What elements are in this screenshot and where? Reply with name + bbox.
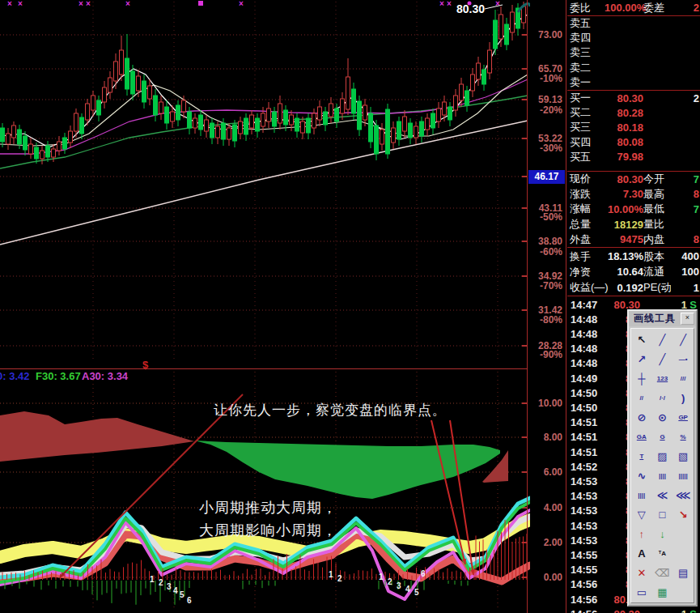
svg-text:3: 3	[167, 582, 172, 591]
svg-text:2: 2	[337, 574, 342, 583]
bid-row: 买四80.08	[567, 135, 700, 150]
numbered-line-icon[interactable]: 123	[657, 373, 668, 385]
gann-circle-icon[interactable]: ⊙	[658, 412, 667, 424]
stat-row: 净资10.64流通100	[567, 264, 700, 279]
arc-icon[interactable]: )	[681, 393, 685, 404]
svg-text:2: 2	[388, 577, 392, 586]
svg-text:2: 2	[159, 578, 163, 587]
fan-lines-icon[interactable]: ≪	[657, 490, 668, 501]
parallel-lines-icon[interactable]: ///	[681, 373, 686, 385]
weibi-row: 委比 100.00% 委差 2	[567, 0, 700, 15]
t-tool-icon[interactable]: T	[639, 451, 643, 462]
svg-text:×: ×	[495, 0, 500, 8]
stat-row: 现价80.30今开7	[567, 172, 700, 187]
vertical-line-icon[interactable]: ┼	[638, 373, 645, 385]
annotation-line3: 大周期影响小周期，	[199, 521, 337, 540]
gp-tool-icon[interactable]: GP	[678, 412, 688, 424]
drawing-toolbar-title: 画线工具	[634, 312, 676, 326]
svg-text:1: 1	[379, 573, 384, 581]
annotation-line1: 让你先人一步，察觉变盘的临界点。	[214, 401, 447, 419]
drawing-toolbar-titlebar[interactable]: 画线工具 ×	[629, 311, 696, 326]
gann-line-icon[interactable]: /·/	[660, 393, 665, 404]
note-tool-icon[interactable]: ▤	[678, 568, 688, 579]
g-tool-icon[interactable]: G	[660, 432, 664, 443]
segment-line-icon[interactable]: ╱	[680, 334, 686, 346]
drawing-toolbar-grid: ↖╱╱↗╱—•┼123//////·/)⊘⊙GPGAG%T▨▧∿||||||||…	[630, 328, 694, 603]
down-arrow-icon[interactable]: ↓	[660, 529, 665, 540]
ray-line-icon[interactable]: ╱	[660, 354, 666, 365]
trading-app: { "price_marker": {"text": "80.30"}, "up…	[0, 0, 700, 613]
indicator-value-f30: F30: 3.67	[36, 370, 81, 382]
percent-tool-icon[interactable]: %	[681, 432, 686, 443]
svg-text:×: ×	[125, 0, 130, 8]
time-rule-icon[interactable]: ||||	[659, 470, 666, 482]
svg-text:×: ×	[447, 0, 452, 8]
bid-row: 买五79.98	[567, 150, 700, 164]
rectangle-icon[interactable]: □	[660, 509, 666, 521]
bid-row: 买三80.18	[567, 120, 700, 134]
text-tool-icon[interactable]: A	[638, 548, 645, 560]
svg-text:6: 6	[421, 569, 426, 578]
svg-text:×: ×	[18, 0, 23, 8]
hatch-band-icon[interactable]: ▨	[657, 451, 667, 462]
close-icon[interactable]: ×	[681, 313, 694, 325]
indicator-value-clipped: 0: 3.42	[0, 370, 29, 382]
stat-row: 涨幅10.00%最低7	[567, 202, 700, 217]
stat-row: 总量18129量比	[567, 217, 700, 232]
svg-text:4: 4	[405, 585, 410, 594]
zigzag-icon[interactable]: ∿	[637, 470, 646, 482]
cursor-icon[interactable]: ↖	[637, 334, 646, 346]
weibi-value: 100.00%	[605, 2, 643, 14]
stats-tool-icon[interactable]: ▦	[657, 587, 667, 598]
svg-text:1: 1	[329, 570, 333, 579]
indicator-axis: 10.008.006.004.002.000.00	[528, 0, 566, 613]
svg-text:×: ×	[7, 0, 12, 8]
axis-label: 2.00	[544, 538, 562, 547]
drawing-toolbar[interactable]: 画线工具 × ↖╱╱↗╱—•┼123//////·/)⊘⊙GPGAG%T▨▧∿|…	[627, 309, 698, 607]
dollar-marker: $	[142, 359, 148, 371]
stat-row: 外盘9475内盘8	[567, 232, 700, 247]
stat-row: 换手18.13%股本400	[567, 249, 700, 264]
svg-text:3: 3	[397, 581, 401, 590]
axis-border-left	[527, 0, 528, 613]
arrow-marker-icon[interactable]: ↘	[679, 509, 688, 521]
svg-text:5: 5	[414, 588, 419, 597]
ask-row: 卖一	[567, 75, 700, 90]
panel-divider	[0, 368, 528, 369]
ga-tool-icon[interactable]: GA	[637, 432, 647, 443]
stat-row: 涨跌7.30最高8	[567, 187, 700, 202]
weicha-value: 2	[671, 2, 700, 14]
bid-row: 买二80.28	[567, 105, 700, 120]
ask-row: 卖三	[567, 45, 700, 60]
price-line-icon[interactable]: —•	[679, 354, 688, 365]
tick-row: 14:5680.301S	[567, 607, 700, 613]
svg-text:4: 4	[173, 586, 178, 595]
time-rule2-icon[interactable]: |||||	[679, 470, 688, 482]
axis-label: 4.00	[544, 503, 562, 513]
svg-text:6: 6	[187, 596, 192, 605]
arrow-line-icon[interactable]: ↗	[637, 354, 646, 365]
cycle-circle-icon[interactable]: ⊘	[637, 412, 646, 424]
text-tool2-icon[interactable]: ᵀA	[659, 548, 666, 560]
ask-row: 卖四	[567, 31, 700, 45]
gann-fan-icon[interactable]: ⋘	[676, 490, 691, 501]
last-price-label: 80.30	[456, 2, 485, 15]
hatch-band2-icon[interactable]: ▧	[678, 451, 688, 462]
axis-label: 8.00	[544, 432, 562, 442]
svg-text:1: 1	[150, 575, 155, 584]
delete-tool-icon[interactable]: ✕	[637, 568, 646, 579]
stat-row: 收益(—)0.192PE(动)1	[567, 280, 700, 296]
axis-label: 6.00	[544, 467, 562, 477]
channel-lines-icon[interactable]: //	[640, 393, 643, 404]
flag-icon[interactable]: ▽	[638, 509, 646, 521]
ruler-icon[interactable]: ▭	[637, 587, 647, 598]
up-arrow-icon[interactable]: ↑	[639, 529, 645, 540]
ask-row: 卖五	[567, 16, 700, 31]
time-rule3-icon[interactable]: ||||	[638, 490, 645, 501]
erase-tool-icon[interactable]: ⌫	[655, 568, 669, 579]
svg-text:×: ×	[78, 0, 83, 8]
trend-line-icon[interactable]: ╱	[660, 334, 666, 346]
axis-label: 0.00	[544, 573, 562, 582]
ask-row: 卖二	[567, 61, 700, 75]
axis-label: 10.00	[538, 398, 562, 408]
